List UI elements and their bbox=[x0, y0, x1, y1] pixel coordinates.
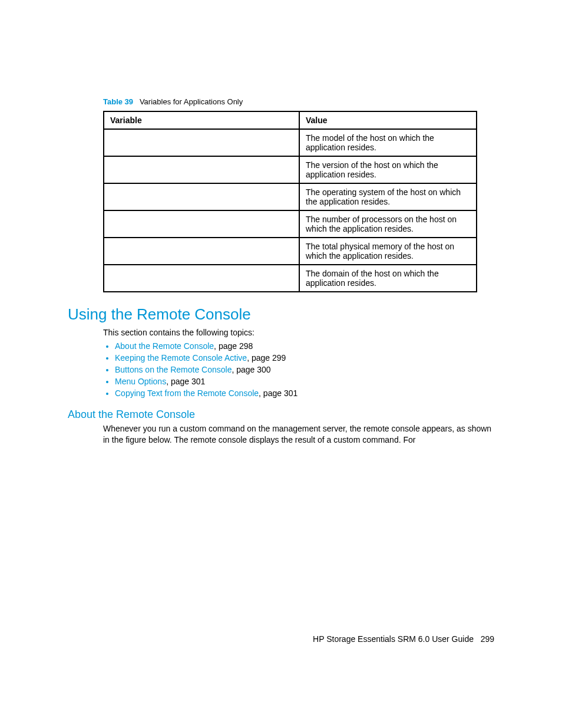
page-footer: HP Storage Essentials SRM 6.0 User Guide… bbox=[313, 634, 494, 644]
link-suffix: , page 301 bbox=[166, 377, 205, 386]
cell-value: The model of the host on which the appli… bbox=[299, 129, 477, 156]
link-buttons-on-remote-console[interactable]: Buttons on the Remote Console bbox=[115, 365, 232, 374]
link-suffix: , page 301 bbox=[259, 388, 297, 398]
table-row: The model of the host on which the appli… bbox=[104, 129, 477, 156]
list-item: Keeping the Remote Console Active, page … bbox=[115, 353, 494, 363]
table-title: Variables for Applications Only bbox=[140, 97, 243, 106]
footer-title: HP Storage Essentials SRM 6.0 User Guide bbox=[313, 634, 474, 644]
topic-list: About the Remote Console, page 298 Keepi… bbox=[103, 341, 494, 398]
section-intro: This section contains the following topi… bbox=[103, 327, 494, 339]
table-caption: Table 39 Variables for Applications Only bbox=[103, 97, 494, 106]
subsection-body: Whenever you run a custom command on the… bbox=[103, 423, 494, 446]
cell-variable bbox=[104, 183, 299, 210]
cell-value: The operating system of the host on whic… bbox=[299, 183, 477, 210]
cell-value: The number of processors on the host on … bbox=[299, 210, 477, 238]
cell-variable bbox=[104, 156, 299, 183]
cell-variable bbox=[104, 210, 299, 238]
list-item: About the Remote Console, page 298 bbox=[115, 341, 494, 351]
table-number: Table 39 bbox=[103, 97, 133, 106]
list-item: Menu Options, page 301 bbox=[115, 377, 494, 386]
section-heading-using-remote-console: Using the Remote Console bbox=[68, 305, 494, 324]
page-number: 299 bbox=[481, 634, 494, 644]
table-row: The operating system of the host on whic… bbox=[104, 183, 477, 210]
cell-value: The total physical memory of the host on… bbox=[299, 238, 477, 265]
variables-table: Variable Value The model of the host on … bbox=[103, 111, 477, 292]
link-suffix: , page 299 bbox=[247, 353, 286, 363]
link-suffix: , page 298 bbox=[214, 341, 253, 351]
header-variable: Variable bbox=[104, 111, 299, 129]
cell-variable bbox=[104, 265, 299, 292]
cell-variable bbox=[104, 238, 299, 265]
table-row: The domain of the host on which the appl… bbox=[104, 265, 477, 292]
header-value: Value bbox=[299, 111, 477, 129]
table-row: The total physical memory of the host on… bbox=[104, 238, 477, 265]
table-row: The version of the host on which the app… bbox=[104, 156, 477, 183]
link-suffix: , page 300 bbox=[232, 365, 270, 374]
link-keeping-remote-console-active[interactable]: Keeping the Remote Console Active bbox=[115, 353, 247, 363]
list-item: Buttons on the Remote Console, page 300 bbox=[115, 365, 494, 374]
list-item: Copying Text from the Remote Console, pa… bbox=[115, 388, 494, 398]
link-copying-text-from-remote-console[interactable]: Copying Text from the Remote Console bbox=[115, 388, 259, 398]
link-menu-options[interactable]: Menu Options bbox=[115, 377, 166, 386]
cell-variable bbox=[104, 129, 299, 156]
link-about-remote-console[interactable]: About the Remote Console bbox=[115, 341, 214, 351]
cell-value: The domain of the host on which the appl… bbox=[299, 265, 477, 292]
table-row: The number of processors on the host on … bbox=[104, 210, 477, 238]
subsection-heading-about-remote-console: About the Remote Console bbox=[68, 409, 494, 421]
table-header-row: Variable Value bbox=[104, 111, 477, 129]
cell-value: The version of the host on which the app… bbox=[299, 156, 477, 183]
